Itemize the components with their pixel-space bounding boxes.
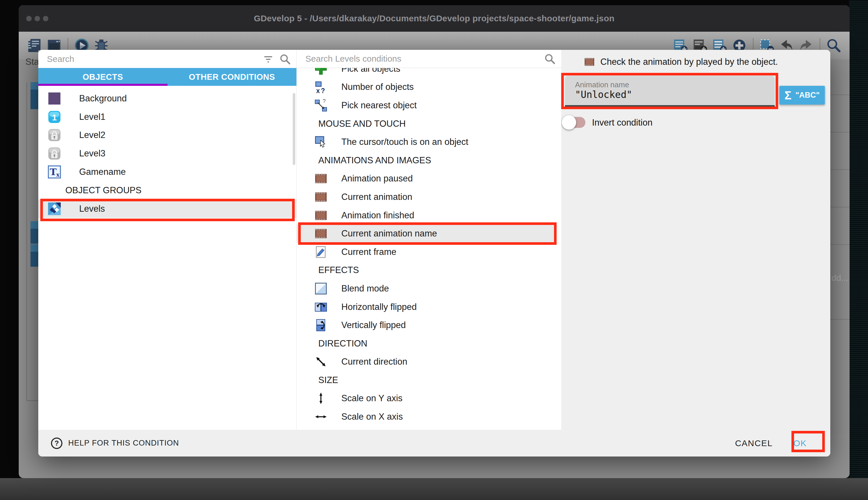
section-header-size[interactable]: SIZE: [297, 371, 554, 389]
events-tree-line: [26, 400, 38, 401]
zoom-window-button[interactable]: [43, 16, 48, 21]
toggle-knob: [562, 115, 576, 129]
list-item-level1[interactable]: 1 Level1: [38, 108, 296, 126]
cursor-object-icon: [314, 135, 328, 149]
list-item-scale-on-y-axis[interactable]: Scale on Y axis: [297, 389, 554, 408]
animation-name-field-label: Animation name: [575, 80, 629, 89]
blend-icon: [314, 282, 328, 296]
list-item-current-animation[interactable]: Current animation: [297, 188, 554, 206]
help-icon: ?: [50, 437, 63, 450]
window-title: GDevelop 5 - /Users/dkarakay/Documents/G…: [254, 13, 614, 23]
sigma-icon: Σ: [785, 90, 791, 101]
list-item-the-cursor-touch-is-on-an-object[interactable]: The cursor/touch is on an object: [297, 133, 554, 151]
svg-text:x: x: [316, 87, 320, 94]
scale-y-icon: [314, 391, 328, 405]
direction-icon: [314, 355, 328, 369]
list-item-animation-paused[interactable]: Animation paused: [297, 170, 554, 188]
list-item-levels[interactable]: Levels: [38, 200, 296, 218]
minimize-window-button[interactable]: [35, 16, 40, 21]
ok-button[interactable]: OK: [792, 438, 808, 448]
list-item-current-direction[interactable]: Current direction: [297, 353, 554, 371]
film-icon: [314, 208, 328, 222]
vflip-icon: [314, 318, 328, 332]
events-tree-line: [26, 82, 27, 401]
objects-panel: OBJECTS OTHER CONDITIONS Background 1 Le…: [38, 50, 296, 430]
list-item-vertically-flipped[interactable]: Vertically flipped: [297, 316, 554, 334]
list-item-current-frame[interactable]: Current frame: [297, 243, 554, 261]
close-window-button[interactable]: [26, 16, 32, 21]
filter-icon[interactable]: [262, 53, 274, 65]
obj-group-icon: [47, 202, 61, 216]
conditions-search-input[interactable]: [297, 50, 561, 68]
obj-lock-icon: [47, 147, 61, 160]
scene-tab-label: Sta: [25, 56, 39, 67]
film-icon: [314, 227, 328, 240]
svg-text:?: ?: [55, 439, 59, 447]
conditions-panel: Pick all objects x? Number of objects ? …: [296, 50, 561, 430]
parameters-panel: Check the animation by played by the obj…: [561, 50, 830, 430]
list-item-level3[interactable]: Level3: [38, 144, 296, 163]
list-item-background[interactable]: Background: [38, 89, 296, 108]
traffic-lights: [26, 5, 48, 32]
list-item-animation-finished[interactable]: Animation finished: [297, 206, 554, 225]
obj-lock-icon: [47, 128, 61, 142]
condition-editor-dialog: OBJECTS OTHER CONDITIONS Background 1 Le…: [38, 50, 830, 456]
event-block: [31, 221, 38, 244]
events-grid-background: dd...: [830, 71, 849, 434]
tab-other-conditions[interactable]: OTHER CONDITIONS: [167, 68, 297, 86]
pick-nearest-icon: ?: [314, 99, 328, 112]
section-header-object-groups[interactable]: OBJECT GROUPS: [38, 181, 296, 200]
frame-icon: [314, 245, 328, 259]
obj-level1-icon: 1: [47, 110, 61, 124]
list-item-scale-on-x-axis[interactable]: Scale on X axis: [297, 408, 554, 426]
condition-list: Pick all objects x? Number of objects ? …: [297, 68, 561, 426]
animation-name-input[interactable]: [565, 89, 775, 100]
film-icon: [314, 190, 328, 204]
objects-scrollbar[interactable]: [293, 93, 295, 165]
dialog-footer: ? HELP FOR THIS CONDITION CANCEL OK: [38, 430, 830, 456]
search-icon[interactable]: [279, 53, 291, 65]
svg-text:?: ?: [322, 99, 326, 104]
list-item-level2[interactable]: Level2: [38, 126, 296, 145]
animation-name-field: Animation name: [565, 76, 775, 106]
expression-builder-label: "ABC": [796, 91, 820, 100]
list-item-current-animation-name[interactable]: Current animation name: [297, 224, 554, 243]
desktop-background: [0, 478, 868, 500]
add-button-truncated-label: dd...: [831, 273, 848, 283]
footer-actions: CANCEL OK: [733, 438, 820, 448]
section-header-animations-and-images[interactable]: ANIMATIONS AND IMAGES: [297, 151, 554, 170]
hflip-icon: [314, 300, 328, 314]
conditions-search-row: [297, 50, 561, 68]
list-item-pick-all-objects[interactable]: Pick all objects: [297, 68, 554, 78]
desktop-background: [849, 0, 868, 500]
invert-condition-toggle[interactable]: [562, 114, 592, 131]
expression-builder-button[interactable]: Σ "ABC": [779, 86, 825, 104]
event-block: [31, 82, 38, 109]
condition-description: Check the animation by played by the obj…: [584, 56, 778, 68]
number-objects-icon: x?: [314, 80, 328, 94]
scale-x-icon: [314, 410, 328, 424]
svg-text:1: 1: [52, 113, 57, 122]
obj-text-icon: Tx: [47, 165, 61, 179]
svg-text:x: x: [56, 171, 60, 178]
invert-condition-label: Invert condition: [592, 117, 653, 128]
object-list: Background 1 Level1 Level2 Level3 Tx Gam…: [38, 86, 296, 218]
search-icon[interactable]: [543, 53, 556, 65]
list-item-gamename[interactable]: Tx Gamename: [38, 163, 296, 181]
tab-objects[interactable]: OBJECTS: [38, 68, 167, 86]
section-header-direction[interactable]: DIRECTION: [297, 334, 554, 353]
screen: GDevelop 5 - /Users/dkarakay/Documents/G…: [0, 0, 868, 500]
section-header-effects[interactable]: EFFECTS: [297, 261, 554, 280]
condition-description-text: Check the animation by played by the obj…: [600, 57, 778, 67]
cancel-button[interactable]: CANCEL: [733, 438, 774, 448]
list-item-horizontally-flipped[interactable]: Horizontally flipped: [297, 298, 554, 316]
list-item-blend-mode[interactable]: Blend mode: [297, 280, 554, 298]
list-item-pick-nearest-object[interactable]: ? Pick nearest object: [297, 96, 554, 115]
help-button[interactable]: ? HELP FOR THIS CONDITION: [49, 436, 181, 450]
list-item-number-of-objects[interactable]: x? Number of objects: [297, 78, 554, 96]
svg-text:?: ?: [321, 87, 325, 94]
objects-search-input[interactable]: [38, 50, 296, 68]
film-icon: [314, 172, 328, 185]
help-button-label: HELP FOR THIS CONDITION: [68, 439, 179, 447]
section-header-mouse-and-touch[interactable]: MOUSE AND TOUCH: [297, 115, 554, 133]
